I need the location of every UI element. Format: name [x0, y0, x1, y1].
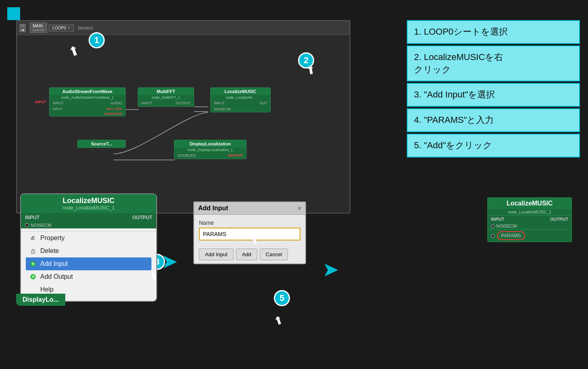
- delete-icon: [29, 247, 37, 255]
- dialog-name-label: Name: [199, 220, 300, 226]
- dialog-header: Add Input ×: [194, 202, 305, 215]
- add-input-dialog: Add Input × Name Add Input Add Cancel: [193, 201, 306, 264]
- instruction-3: 3. "Add Input"を選択: [407, 83, 580, 107]
- instruction-4: 4. "PARAMS"と入力: [407, 108, 580, 132]
- node-audio-header: AudioStreamFromWave: [50, 88, 125, 95]
- localize-port-noise: NOISECM: [214, 107, 231, 111]
- display-partial-label: DisplayLo...: [16, 294, 65, 306]
- dialog-buttons: Add Input Add Cancel: [194, 245, 305, 263]
- node-display[interactable]: DisplayLocalization node_DisplayLocaliza…: [174, 140, 246, 159]
- ctx-add-input-label: Add Input: [40, 260, 68, 267]
- dialog-add-btn[interactable]: Add: [236, 249, 257, 260]
- result-port-input: INPUT: [491, 217, 504, 222]
- dialog-cancel-btn[interactable]: Cancel: [260, 249, 288, 260]
- ctx-noisecm-label: NOISECM: [31, 223, 51, 228]
- dialog-add-input-btn[interactable]: Add Input: [199, 249, 234, 260]
- ctx-help-label: Help: [40, 286, 54, 293]
- tab-controls: + ◀: [19, 24, 26, 32]
- result-noisecm-row: NOISECM: [488, 223, 571, 229]
- ctx-port-output: OUTPUT: [133, 215, 152, 220]
- node-fft-header: MultiFFT: [138, 88, 194, 95]
- instruction-5: 5. "Add"をクリック: [407, 134, 580, 158]
- node-localize-top-header: LocalizeMUSIC: [211, 88, 270, 95]
- audio-port-audio: AUDIO: [110, 101, 122, 105]
- fft-port-output: OUTPUT: [176, 101, 190, 105]
- ctx-property[interactable]: Property: [26, 232, 151, 245]
- audio-port-input2: INPUT: [53, 107, 62, 111]
- dialog-close-btn[interactable]: ×: [298, 205, 301, 211]
- ctx-add-input[interactable]: + Add Input: [26, 257, 151, 270]
- context-node-subtitle: node_LocalizeMUSIC_1: [25, 205, 152, 211]
- localize-port-output: OUT: [259, 101, 267, 105]
- result-params-row: PARAMS: [488, 229, 571, 242]
- add-output-icon: +: [29, 273, 37, 281]
- ctx-add-output[interactable]: + Add Output: [26, 270, 151, 283]
- step5-circle: 5: [274, 290, 290, 306]
- node-source[interactable]: SourceT...: [77, 140, 126, 148]
- params-label: PARAMS: [501, 233, 521, 238]
- arrow-to-dialog: ➤: [161, 250, 178, 273]
- audio-port-input: INPUT: [53, 101, 64, 105]
- noisecm-dot: [25, 223, 29, 227]
- iterator-label: (iterator): [75, 25, 95, 31]
- instruction-1: 1. LOOP0シートを選択: [407, 20, 580, 44]
- audio-port-cond: NOT_EOF: [107, 107, 122, 111]
- node-display-sub: node_DisplayLocalization_1: [174, 147, 246, 152]
- node-fft[interactable]: MultiFFT node_MultiFFT_1 INPUT OUTPUT: [138, 87, 194, 107]
- add-input-icon: +: [29, 260, 37, 268]
- ctx-add-output-label: Add Output: [40, 273, 73, 280]
- node-fft-sub: node_MultiFFT_1: [138, 95, 194, 100]
- result-ports-row: INPUT OUTPUT: [488, 215, 571, 223]
- localize-port-input: INPUT: [214, 101, 225, 105]
- condition-label: CONDITION: [104, 112, 122, 116]
- result-noisecm-label: NOISECM: [496, 224, 517, 228]
- ctx-delete[interactable]: Delete: [26, 245, 151, 257]
- canvas-area: + ◀ MAIN (subnet) LOOP0 × (iterator): [16, 20, 350, 214]
- result-node: LocalizeMUSIC node_LocalizeMUSIC_1 INPUT…: [487, 197, 572, 242]
- context-noisecm-row: NOISECM: [21, 222, 156, 228]
- ctx-delete-label: Delete: [40, 247, 59, 255]
- pencil-icon: [29, 234, 37, 242]
- svg-rect-5: [31, 250, 35, 253]
- svg-text:+: +: [31, 274, 34, 280]
- result-port-output: OUTPUT: [550, 217, 568, 222]
- context-ports-row: INPUT OUTPUT: [21, 213, 156, 222]
- plus-tab-btn[interactable]: +: [19, 24, 26, 28]
- help-icon: [29, 286, 37, 294]
- node-localize-top[interactable]: LocalizeMUSIC node_LocalizeM... INPUT OU…: [210, 87, 271, 112]
- ctx-property-label: Property: [40, 234, 64, 242]
- back-tab-btn[interactable]: ◀: [19, 28, 26, 32]
- fft-port-input: INPUT: [141, 101, 152, 105]
- context-menu-popup: LocalizeMUSIC node_LocalizeMUSIC_1 INPUT…: [20, 193, 157, 302]
- params-highlight: PARAMS: [497, 231, 525, 240]
- node-audio[interactable]: AudioStreamFromWave node_AudioStreamFrom…: [49, 87, 126, 116]
- teal-accent-square: [7, 7, 20, 20]
- cursor-arrow-5: ⬆: [272, 313, 285, 329]
- tab-bar: + ◀ MAIN (subnet) LOOP0 × (iterator): [17, 21, 350, 35]
- result-node-header: LocalizeMUSIC: [488, 198, 571, 209]
- result-node-sub: node_LocalizeMUSIC_1: [488, 209, 571, 215]
- node-display-header: DisplayLocalization: [174, 140, 246, 147]
- tab-loop[interactable]: LOOP0 ×: [49, 25, 73, 31]
- red-input-label: INPUT: [35, 100, 46, 104]
- tab-main[interactable]: MAIN (subnet): [30, 23, 47, 33]
- dialog-title: Add Input: [198, 205, 228, 212]
- ctx-port-input: INPUT: [25, 215, 39, 220]
- arrow-to-result: ➤: [322, 258, 339, 281]
- display-port-sources: SOURCES: [178, 153, 196, 158]
- node-localize-top-sub: node_LocalizeM...: [211, 95, 270, 100]
- step1-circle: 1: [89, 32, 105, 48]
- instructions-panel: 1. LOOP0シートを選択 2. LocalizeMUSICを右 クリック 3…: [407, 20, 580, 158]
- context-node-title: LocalizeMUSIC: [25, 197, 152, 205]
- result-params-dot: [491, 234, 495, 238]
- context-node-header: LocalizeMUSIC node_LocalizeMUSIC_1: [21, 194, 156, 213]
- instruction-2: 2. LocalizeMUSICを右 クリック: [407, 46, 580, 82]
- display-port-output: OUTPUT: [228, 153, 243, 158]
- node-source-header: SourceT...: [78, 140, 125, 147]
- result-noisecm-dot: [491, 224, 495, 228]
- node-audio-sub: node_AudioStreamFromWave_1: [50, 95, 125, 100]
- svg-text:+: +: [31, 261, 34, 267]
